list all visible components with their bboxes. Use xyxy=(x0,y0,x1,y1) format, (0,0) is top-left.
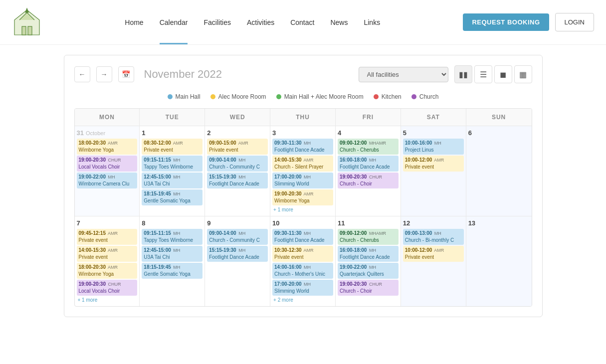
event-facility-code: AMR xyxy=(433,158,444,163)
request-booking-button[interactable]: REQUEST BOOKING xyxy=(463,13,549,31)
facilities-filter[interactable]: All facilities xyxy=(359,67,448,82)
cal-cell-0-4[interactable]: 409:00-12:00 MHAMRChurch - Cherubs16:00-… xyxy=(336,126,401,216)
calendar-event[interactable]: 15:15-19:30 MHFootlight Dance Acade xyxy=(207,173,268,188)
calendar-event[interactable]: 09:45-12:15 AMRPrivate event xyxy=(77,229,138,245)
cal-cell-0-5[interactable]: 510:00-16:00 MHProject Linus10:00-12:00 … xyxy=(401,126,466,216)
event-facility-code: MH xyxy=(107,175,115,180)
calendar-event[interactable]: 10:00-12:00 AMRPrivate event xyxy=(403,246,464,262)
nav-links[interactable]: Links xyxy=(364,0,380,44)
event-time: 09:30-11:30 xyxy=(274,230,301,236)
legend-label-kitchen: Kitchen xyxy=(382,93,402,100)
calendar-event[interactable]: 14:00-16:00 MHChurch - Mother's Unic xyxy=(272,263,333,279)
nav-home[interactable]: Home xyxy=(125,0,143,44)
nav-facilities[interactable]: Facilities xyxy=(203,0,230,44)
legend-label-amr: Alec Moore Room xyxy=(218,93,266,100)
event-time: 09:15-11:15 xyxy=(144,230,171,236)
calendar-event[interactable]: 16:00-18:00 MHFootlight Dance Acade xyxy=(338,246,399,262)
event-time: 16:00-18:00 xyxy=(340,157,367,163)
calendar-event[interactable]: 17:00-20:00 MHSlimming World xyxy=(272,173,333,188)
more-events-link[interactable]: + 1 more xyxy=(77,297,138,303)
calendar-event[interactable]: 09:00-12:00 MHAMRChurch - Cherubs xyxy=(338,139,399,155)
calendar-event[interactable]: 08:30-12:00 AMRPrivate event xyxy=(142,139,202,155)
calendar-event[interactable]: 19:00-20:30 CHURLocal Vocals Choir xyxy=(77,156,138,172)
calendar-event[interactable]: 09:30-11:30 MHFootlight Dance Acade xyxy=(272,139,333,155)
calendar-event[interactable]: 15:15-19:30 MHFootlight Dance Acade xyxy=(207,246,268,262)
event-facility-code: CHUR xyxy=(368,175,382,180)
cal-cell-0-2[interactable]: 209:00-15:00 AMRPrivate event09:00-14:00… xyxy=(205,126,270,216)
calendar-event[interactable]: 09:00-14:00 MHChurch - Community C xyxy=(207,156,268,172)
grid-view-button[interactable]: ▦ xyxy=(514,65,532,83)
calendar-event[interactable]: 19:00-22:00 MHWimborne Camera Clu xyxy=(77,173,138,188)
event-time: 17:00-20:00 xyxy=(274,281,301,287)
calendar-event[interactable]: 09:15-11:15 MHTappy Toes Wimborne xyxy=(142,156,202,172)
list-view-button[interactable]: ☰ xyxy=(474,65,492,83)
calendar-event[interactable]: 09:00-15:00 AMRPrivate event xyxy=(207,139,268,155)
event-title: Wimborne Yoga xyxy=(79,271,136,278)
calendar-event[interactable]: 19:00-20:30 AMRWimborne Yoga xyxy=(272,189,333,205)
calendar-event[interactable]: 19:00-20:30 CHURChurch - Choir xyxy=(338,280,399,296)
event-title: Gentle Somatic Yoga xyxy=(144,271,201,278)
day-header-sun: SUN xyxy=(466,109,532,126)
event-facility-code: MH xyxy=(368,248,376,253)
cal-cell-0-3[interactable]: 309:30-11:30 MHFootlight Dance Acade14:0… xyxy=(270,126,336,216)
event-time: 19:00-20:30 xyxy=(79,281,106,287)
calendar-event[interactable]: 10:00-12:00 AMRPrivate event xyxy=(403,156,464,172)
legend-church: Church xyxy=(411,93,439,100)
calendar-event[interactable]: 09:00-13:00 MHChurch - Bi-monthly C xyxy=(403,229,464,245)
cal-cell-1-3[interactable]: 1009:30-11:30 MHFootlight Dance Acade10:… xyxy=(270,216,336,306)
event-facility-code: MH xyxy=(172,248,181,253)
event-facility-code: MH xyxy=(368,265,376,270)
calendar-event[interactable]: 12:45-15:00 MHU3A Tai Chi xyxy=(142,173,202,188)
calendar-event[interactable]: 09:00-12:00 MHAMRChurch - Cherubs xyxy=(338,229,399,245)
calendar-event[interactable]: 10:30-12:30 AMRPrivate event xyxy=(272,246,333,262)
calendar-event[interactable]: 12:45-15:00 MHU3A Tai Chi xyxy=(142,246,202,262)
logo xyxy=(12,7,42,37)
cal-cell-0-1[interactable]: 108:30-12:00 AMRPrivate event09:15-11:15… xyxy=(140,126,205,216)
nav-activities[interactable]: Activities xyxy=(247,0,274,44)
calendar-event[interactable]: 09:15-11:15 MHTappy Toes Wimborne xyxy=(142,229,202,245)
calendar-event[interactable]: 14:00-15:30 AMRChurch - Silent Prayer xyxy=(272,156,333,172)
calendar-event[interactable]: 19:00-20:30 CHURChurch - Choir xyxy=(338,173,399,188)
prev-month-button[interactable]: ← xyxy=(74,66,90,82)
nav-news[interactable]: News xyxy=(330,0,348,44)
cal-cell-1-1[interactable]: 809:15-11:15 MHTappy Toes Wimborne12:45-… xyxy=(140,216,205,306)
more-events-link[interactable]: + 2 more xyxy=(272,297,333,303)
calendar-event[interactable]: 09:00-14:00 MHChurch - Community C xyxy=(207,229,268,245)
svg-marker-4 xyxy=(25,8,28,12)
cal-cell-1-2[interactable]: 909:00-14:00 MHChurch - Community C15:15… xyxy=(205,216,270,306)
calendar-event[interactable]: 18:15-19:45 MHGentle Somatic Yoga xyxy=(142,189,202,205)
login-button[interactable]: LOGIN xyxy=(555,13,594,31)
legend-dot-amr xyxy=(210,94,215,99)
today-button[interactable]: 📅 xyxy=(118,66,134,82)
calendar-event[interactable]: 09:30-11:30 MHFootlight Dance Acade xyxy=(272,229,333,245)
cal-cell-1-5[interactable]: 1209:00-13:00 MHChurch - Bi-monthly C10:… xyxy=(401,216,466,306)
calendar-event[interactable]: 19:00-22:00 MHQuarterjack Quilters xyxy=(338,263,399,279)
calendar-event[interactable]: 14:00-15:30 AMRPrivate event xyxy=(77,246,138,262)
cal-cell-1-0[interactable]: 709:45-12:15 AMRPrivate event14:00-15:30… xyxy=(75,216,140,306)
event-facility-code: AMR xyxy=(107,141,118,146)
event-time: 19:00-22:00 xyxy=(79,174,106,180)
nav-contact[interactable]: Contact xyxy=(290,0,314,44)
next-month-button[interactable]: → xyxy=(96,66,112,82)
cal-cell-1-6[interactable]: 13 xyxy=(466,216,532,306)
cal-cell-0-6[interactable]: 6 xyxy=(466,126,532,216)
legend-dot-mh xyxy=(168,94,173,99)
calendar-event[interactable]: 10:00-16:00 MHProject Linus xyxy=(403,139,464,155)
cal-cell-1-4[interactable]: 1109:00-12:00 MHAMRChurch - Cherubs16:00… xyxy=(336,216,401,306)
more-events-link[interactable]: + 1 more xyxy=(272,206,333,213)
week-view-button[interactable]: ◼ xyxy=(494,65,512,83)
cal-cell-0-0[interactable]: 31October18:00-20:30 AMRWimborne Yoga19:… xyxy=(75,126,140,216)
calendar-event[interactable]: 19:00-20:30 CHURLocal Vocals Choir xyxy=(77,280,138,296)
event-time: 15:15-19:30 xyxy=(209,174,236,180)
calendar-event[interactable]: 16:00-18:00 MHFootlight Dance Acade xyxy=(338,156,399,172)
facilities-select[interactable]: All facilities xyxy=(359,67,448,82)
calendar-event[interactable]: 17:00-20:00 MHSlimming World xyxy=(272,280,333,296)
event-time: 10:00-16:00 xyxy=(405,140,432,146)
nav-calendar[interactable]: Calendar xyxy=(160,0,188,44)
calendar-event[interactable]: 18:00-20:30 AMRWimborne Yoga xyxy=(77,263,138,279)
month-view-button[interactable]: ▮▮ xyxy=(454,65,472,83)
event-time: 18:00-20:30 xyxy=(79,264,106,270)
calendar-event[interactable]: 18:00-20:30 AMRWimborne Yoga xyxy=(77,139,138,155)
event-time: 09:00-14:00 xyxy=(209,157,236,163)
calendar-event[interactable]: 18:15-19:45 MHGentle Somatic Yoga xyxy=(142,263,202,279)
